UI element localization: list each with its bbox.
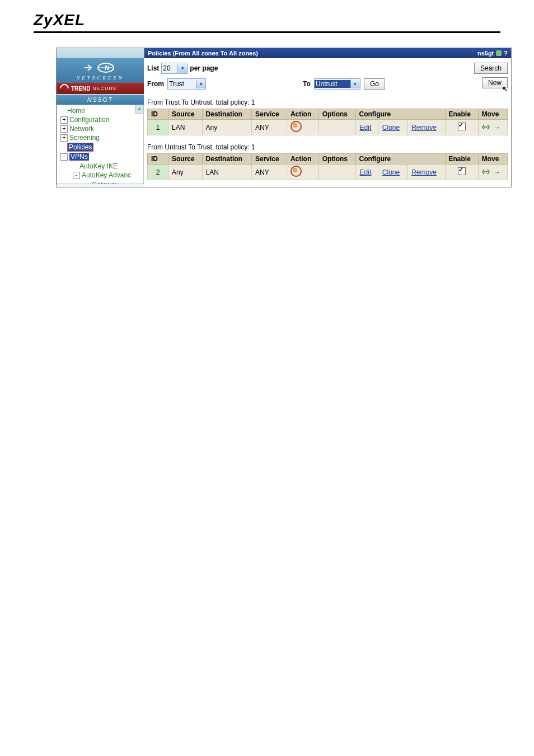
tunnel-icon bbox=[291, 121, 302, 132]
policy-table-2: ID Source Destination Service Action Opt… bbox=[147, 153, 508, 180]
trend-label2: SECURE bbox=[92, 86, 117, 91]
section1-title: From Trust To Untrust, total policy: 1 bbox=[147, 98, 508, 106]
cell-options bbox=[318, 165, 355, 180]
cell-destination: LAN bbox=[202, 165, 251, 180]
nav-home[interactable]: Home bbox=[59, 106, 142, 115]
cell-action bbox=[287, 165, 318, 180]
edit-link[interactable]: Edit bbox=[360, 168, 372, 176]
topbar-left-spacer bbox=[57, 48, 144, 58]
col-move: Move bbox=[478, 154, 507, 165]
netscreen-logo-icon: N bbox=[83, 62, 117, 74]
col-configure: Configure bbox=[355, 109, 445, 120]
topbar: Policies (From All zones To All zones) n… bbox=[144, 48, 511, 58]
brand-title: ZyXEL bbox=[34, 11, 500, 29]
trend-label1: TREND bbox=[71, 86, 90, 92]
nav-screening[interactable]: +Screening bbox=[59, 133, 142, 142]
from-label: From bbox=[147, 80, 164, 88]
col-source: Source bbox=[168, 109, 203, 120]
topbar-title: Policies (From All zones To All zones) bbox=[148, 50, 477, 57]
col-service: Service bbox=[252, 154, 287, 165]
from-select[interactable]: ▾ bbox=[167, 78, 206, 90]
to-label: To bbox=[303, 80, 311, 88]
cell-destination: Any bbox=[202, 120, 251, 135]
enable-checkbox[interactable] bbox=[458, 167, 466, 175]
col-move: Move bbox=[478, 109, 507, 120]
help-icon[interactable]: ? bbox=[504, 50, 508, 57]
app-window: Policies (From All zones To All zones) n… bbox=[56, 48, 512, 187]
col-destination: Destination bbox=[202, 109, 251, 120]
chevron-down-icon[interactable]: ▾ bbox=[196, 79, 205, 88]
nav-tree: ▲ Home +Configuration +Network +Screenin… bbox=[57, 105, 144, 184]
col-id: ID bbox=[148, 109, 168, 120]
trend-band: TREND SECURE bbox=[57, 83, 144, 94]
tunnel-icon bbox=[291, 166, 302, 177]
per-page-select[interactable]: ▾ bbox=[161, 63, 188, 74]
cell-options bbox=[318, 120, 355, 135]
col-source: Source bbox=[168, 154, 203, 165]
device-name-band: NS5GT bbox=[57, 94, 144, 105]
device-label: ns5gt bbox=[477, 50, 494, 57]
table-row: 2 Any LAN ANY Edit Clone Remove → bbox=[148, 165, 508, 180]
go-button[interactable]: Go bbox=[364, 78, 385, 90]
logo-subtitle: NETSCREEN bbox=[59, 75, 142, 81]
col-action: Action bbox=[287, 154, 318, 165]
clone-link[interactable]: Clone bbox=[382, 168, 400, 176]
collapse-icon[interactable]: - bbox=[60, 153, 68, 161]
expand-icon[interactable]: + bbox=[60, 134, 68, 142]
cell-id: 1 bbox=[148, 120, 168, 135]
col-configure: Configure bbox=[355, 154, 445, 165]
nav-network[interactable]: +Network bbox=[59, 124, 142, 133]
page-header: ZyXEL bbox=[0, 0, 534, 48]
policy-table-1: ID Source Destination Service Action Opt… bbox=[147, 109, 508, 135]
enable-checkbox[interactable] bbox=[458, 123, 466, 130]
col-id: ID bbox=[148, 154, 168, 165]
move-icon[interactable] bbox=[482, 124, 490, 130]
cell-service: ANY bbox=[252, 120, 287, 135]
col-options: Options bbox=[318, 154, 355, 165]
chevron-down-icon[interactable]: ▾ bbox=[177, 64, 187, 73]
chevron-down-icon[interactable]: ▾ bbox=[350, 79, 360, 88]
nav-gateway[interactable]: Gateway bbox=[84, 180, 140, 184]
per-page-value[interactable] bbox=[162, 64, 177, 72]
main-content: List ▾ per page Search From bbox=[144, 58, 511, 187]
expand-icon[interactable]: + bbox=[60, 116, 68, 124]
col-destination: Destination bbox=[202, 154, 251, 165]
move-icon[interactable] bbox=[482, 169, 490, 175]
svg-text:N: N bbox=[105, 64, 110, 71]
cell-source: Any bbox=[168, 165, 203, 180]
sidebar: N NETSCREEN TREND SECURE NS5GT ▲ Home +C bbox=[57, 58, 144, 187]
per-page-label: per page bbox=[190, 64, 218, 72]
col-enable: Enable bbox=[445, 109, 478, 120]
trend-icon bbox=[58, 82, 71, 95]
cell-service: ANY bbox=[252, 165, 287, 180]
col-options: Options bbox=[318, 109, 355, 120]
move-arrow-icon[interactable]: → bbox=[494, 168, 500, 176]
col-action: Action bbox=[287, 109, 318, 120]
cell-action bbox=[287, 120, 318, 135]
remove-link[interactable]: Remove bbox=[411, 124, 437, 132]
nav-autokey-ike[interactable]: AutoKey IKE bbox=[72, 162, 141, 171]
from-value[interactable] bbox=[168, 80, 196, 88]
nav-vpns[interactable]: -VPNs AutoKey IKE -AutoKey Advanc Gatewa… bbox=[59, 152, 142, 184]
clone-link[interactable]: Clone bbox=[382, 124, 400, 132]
toggle-icon[interactable] bbox=[496, 50, 502, 56]
nav-autokey-advanced[interactable]: -AutoKey Advanc Gateway bbox=[72, 171, 141, 184]
search-button[interactable]: Search bbox=[474, 63, 508, 74]
col-service: Service bbox=[252, 109, 287, 120]
logo-panel: N NETSCREEN bbox=[57, 58, 144, 83]
expand-icon[interactable]: + bbox=[60, 125, 68, 133]
to-value[interactable] bbox=[315, 80, 350, 88]
cell-id: 2 bbox=[148, 165, 168, 180]
edit-link[interactable]: Edit bbox=[360, 124, 372, 132]
collapse-icon[interactable]: - bbox=[73, 172, 80, 179]
col-enable: Enable bbox=[445, 154, 478, 165]
remove-link[interactable]: Remove bbox=[411, 168, 437, 176]
to-select[interactable]: ▾ bbox=[314, 78, 360, 90]
section2-title: From Untrust To Trust, total policy: 1 bbox=[147, 143, 508, 151]
brand-rule bbox=[34, 31, 500, 33]
table-row: 1 LAN Any ANY Edit Clone Remove → bbox=[148, 120, 508, 135]
nav-policies[interactable]: Policies bbox=[59, 142, 142, 152]
list-label: List bbox=[147, 64, 159, 72]
move-arrow-icon[interactable]: → bbox=[494, 124, 500, 132]
nav-configuration[interactable]: +Configuration bbox=[59, 115, 142, 124]
